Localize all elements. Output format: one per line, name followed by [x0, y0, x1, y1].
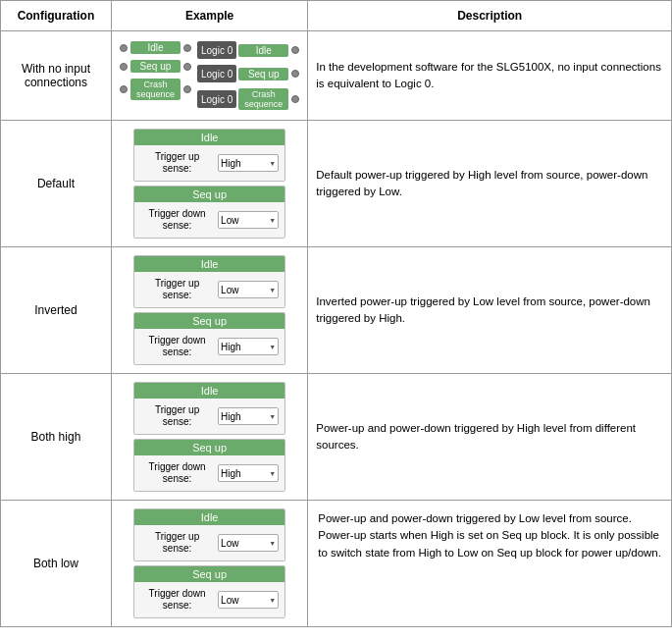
widget-title-idle: Idle — [134, 509, 284, 525]
widget-body: Trigger up sense: Low High — [134, 272, 284, 307]
trigger-down-select[interactable]: Low High — [218, 211, 279, 229]
config-label: Default — [37, 177, 75, 190]
example-cell-no-input: Idle Seq up Crash sequence — [111, 31, 307, 121]
logic-node-row-crash: Logic 0 Crash sequence — [197, 86, 299, 112]
widget-body: Trigger up sense: Low High — [134, 525, 284, 560]
desc-cell-no-input: In the development software for the SLG5… — [308, 31, 672, 121]
widget-idle: Idle Trigger up sense: High Low — [133, 382, 285, 435]
config-cell-both-low: Both low — [1, 501, 112, 627]
widget-idle: Idle Trigger up sense: High Low — [133, 129, 285, 182]
desc-cell-inverted: Inverted power-up triggered by Low level… — [308, 247, 672, 374]
logic-node-row-sequp: Logic 0 Seq up — [197, 63, 299, 84]
widget-row: Trigger down sense: High Low — [140, 461, 279, 485]
header-config: Configuration — [1, 1, 112, 31]
desc-cell-both-high: Power-up and power-down triggered by Hig… — [308, 374, 672, 501]
select-wrapper: Low High — [218, 534, 279, 552]
node-label-idle: Idle — [130, 41, 181, 54]
select-wrapper: High Low — [218, 338, 279, 355]
config-cell-both-high: Both high — [1, 374, 112, 501]
node-crash-plain: Crash sequence — [120, 79, 191, 100]
description-text: Inverted power-up triggered by Low level… — [316, 295, 650, 324]
header-example: Example — [111, 1, 307, 31]
logic-node-row-idle: Logic 0 Idle — [197, 39, 299, 61]
widget-body: Trigger down sense: High Low — [134, 455, 284, 491]
trigger-down-select[interactable]: High Low — [218, 338, 279, 355]
node-label: Crash sequence — [238, 88, 288, 110]
trigger-down-select[interactable]: High Low — [218, 464, 279, 482]
node-dot-left — [120, 44, 128, 52]
select-wrapper: Low High — [218, 591, 279, 609]
trigger-down-label: Trigger down sense: — [140, 461, 214, 485]
trigger-label: Trigger up sense: — [140, 151, 214, 175]
node-idle-logic: Idle — [238, 44, 299, 57]
trigger-select[interactable]: Low High — [218, 534, 279, 552]
node-crash-logic: Crash sequence — [238, 88, 299, 110]
widget-title-sequp: Seq up — [134, 566, 284, 582]
node-dot-right — [291, 46, 299, 54]
widget-body: Trigger up sense: High Low — [134, 399, 284, 434]
logic0-sequp: Logic 0 — [197, 65, 236, 82]
widget-sequp: Seq up Trigger down sense: High Low — [133, 439, 285, 492]
widget-idle: Idle Trigger up sense: Low High — [133, 255, 285, 308]
select-wrapper: Low High — [218, 211, 279, 229]
trigger-down-select[interactable]: Low High — [218, 591, 279, 609]
trigger-down-label: Trigger down sense: — [140, 588, 214, 612]
node-sequp-logic: Seq up — [238, 68, 299, 80]
node-label: Seq up — [238, 68, 288, 80]
table-row: With no input connections Idle Seq up — [1, 31, 672, 121]
node-label: Idle — [238, 44, 288, 57]
select-wrapper: Low High — [218, 281, 279, 298]
widget-sequp: Seq up Trigger down sense: High Low — [133, 312, 285, 365]
config-cell-inverted: Inverted — [1, 247, 112, 374]
widget-row: Trigger down sense: Low High — [140, 588, 279, 612]
node-dot-left — [120, 85, 128, 93]
config-widgets: Idle Trigger up sense: Low High — [120, 255, 299, 365]
node-label-sequp: Seq up — [130, 60, 181, 73]
desc-cell-default: Default power-up triggered by High level… — [308, 121, 672, 247]
trigger-select[interactable]: High Low — [218, 407, 279, 425]
trigger-label: Trigger up sense: — [140, 404, 214, 428]
widget-idle: Idle Trigger up sense: Low High — [133, 508, 285, 561]
config-label: Both low — [33, 557, 78, 570]
node-dot-right — [183, 44, 191, 52]
node-sequp-plain: Seq up — [120, 60, 191, 73]
config-cell-default: Default — [1, 121, 112, 247]
select-wrapper: High Low — [218, 464, 279, 482]
widget-body: Trigger down sense: High Low — [134, 329, 284, 364]
trigger-select[interactable]: Low High — [218, 281, 279, 298]
no-input-example: Idle Seq up Crash sequence — [120, 39, 299, 112]
plain-nodes: Idle Seq up Crash sequence — [120, 39, 191, 102]
config-label: Inverted — [34, 303, 77, 317]
node-dot-left — [120, 63, 128, 71]
select-wrapper: High Low — [218, 154, 279, 172]
example-cell-both-high: Idle Trigger up sense: High Low — [111, 374, 307, 501]
widget-body: Trigger up sense: High Low — [134, 145, 284, 181]
desc-cell-both-low: Power-up and power-down triggered by Low… — [308, 501, 672, 627]
config-label: With no input connections — [22, 62, 90, 89]
table-row: Both low Idle Trigger up sense: Low — [1, 501, 672, 627]
description-text: Power-up and power-down triggered by Low… — [318, 512, 661, 559]
trigger-down-label: Trigger down sense: — [140, 208, 214, 232]
widget-sequp: Seq up Trigger down sense: Low High — [133, 565, 285, 618]
description-text: Power-up and power-down triggered by Hig… — [316, 422, 636, 451]
widget-title-sequp: Seq up — [134, 440, 284, 455]
example-cell-inverted: Idle Trigger up sense: Low High — [111, 247, 307, 374]
node-idle-plain: Idle — [120, 41, 191, 54]
header-description: Description — [308, 1, 672, 31]
table-row: Default Idle Trigger up sense: High — [1, 121, 672, 247]
description-text: Default power-up triggered by High level… — [316, 169, 647, 197]
widget-title-idle: Idle — [134, 256, 284, 272]
widget-row: Trigger up sense: Low High — [140, 278, 279, 301]
description-text: In the development software for the SLG5… — [316, 61, 661, 89]
example-cell-both-low: Idle Trigger up sense: Low High — [111, 501, 307, 627]
node-dot-right — [183, 63, 191, 71]
widget-title-sequp: Seq up — [134, 313, 284, 329]
widget-row: Trigger down sense: High Low — [140, 335, 279, 358]
trigger-down-label: Trigger down sense: — [140, 335, 214, 358]
config-widgets: Idle Trigger up sense: High Low — [120, 129, 299, 239]
config-label: Both high — [31, 430, 81, 444]
table-row: Inverted Idle Trigger up sense: Low — [1, 247, 672, 374]
config-cell-no-input: With no input connections — [1, 31, 112, 121]
config-widgets: Idle Trigger up sense: Low High — [120, 508, 299, 618]
trigger-select[interactable]: High Low — [218, 154, 279, 172]
